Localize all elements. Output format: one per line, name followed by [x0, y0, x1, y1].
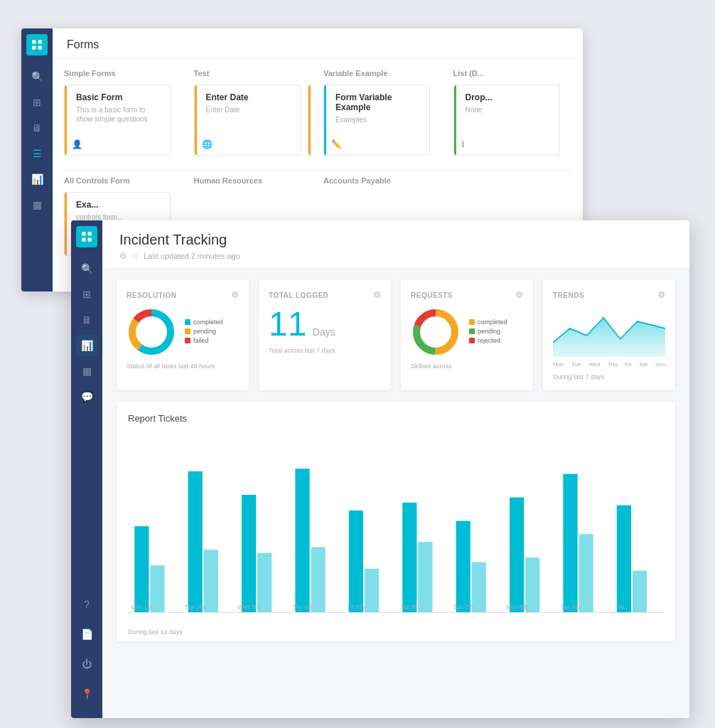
incident-header: Incident Tracking ⚙ ☆ Last updated 2 min… — [102, 220, 689, 269]
req-legend-pending: pending — [469, 328, 507, 335]
form-card-basic-subtitle: This is a basic form to show simple ques… — [72, 105, 163, 124]
x-label-6: Sat 6th — [400, 604, 419, 611]
resolution-donut — [127, 307, 176, 357]
requests-content: completed pending rejected — [411, 307, 523, 357]
forms-header: Forms — [53, 28, 583, 59]
bar-a-2 — [188, 471, 203, 613]
bar-b-7 — [472, 562, 486, 613]
section-variable: Variable Example — [323, 69, 442, 77]
requests-title: REQUESTS ⚙ — [411, 290, 523, 300]
report-title: Report Tickets — [128, 413, 664, 424]
section-simple-forms: Simple Forms — [64, 69, 183, 77]
req-dot-pending — [469, 328, 475, 334]
incident-nav-grid[interactable]: ⊞ — [76, 284, 97, 305]
forms-nav-list[interactable]: ☰ — [26, 143, 48, 164]
incident-nav-table[interactable]: ▦ — [76, 360, 97, 382]
incident-nav-chart[interactable]: 📊 — [76, 335, 97, 356]
form-card-list[interactable]: Drop... None ℹ — [453, 85, 560, 156]
stats-row: RESOLUTION ⚙ — [117, 280, 675, 390]
forms-nav-chart[interactable]: 📊 — [26, 168, 48, 190]
svg-rect-5 — [88, 232, 92, 235]
bar-a-5 — [349, 510, 363, 612]
forms-nav-grid[interactable]: ⊞ — [26, 92, 48, 113]
incident-nav-question[interactable]: ? — [76, 594, 97, 615]
incident-nav-monitor[interactable]: 🖥 — [76, 309, 97, 331]
form-card-enterdate-icon: 🌐 — [202, 139, 213, 149]
resolution-legend: completed pending failed — [185, 318, 223, 346]
resolution-sub: Status of all tasks last 48 hours — [127, 363, 239, 370]
trends-chart-wrap: MonTueWedThuFriSatSun — [553, 307, 665, 368]
trends-x-labels: MonTueWedThuFriSatSun — [553, 361, 665, 368]
resolution-gear[interactable]: ⚙ — [231, 290, 240, 300]
trends-gear[interactable]: ⚙ — [657, 290, 666, 300]
form-card-multiply[interactable]: Multiply Examples None 🌐 — [308, 85, 313, 156]
trends-title: TRENDS ⚙ — [553, 290, 665, 300]
section-list: List (D... — [453, 69, 572, 77]
svg-rect-3 — [38, 46, 42, 50]
x-label-7: Sun 7th — [453, 604, 473, 611]
svg-rect-4 — [82, 232, 85, 235]
legend-completed: completed — [185, 318, 223, 326]
x-label-4: Thu 4th — [292, 604, 312, 611]
bar-a-3 — [242, 495, 256, 613]
form-card-list-title: Drop... — [461, 92, 552, 102]
incident-nav-power[interactable]: ⏻ — [76, 653, 97, 675]
form-card-list-subtitle: None — [461, 105, 552, 114]
form-card-enter-date[interactable]: Enter Date Enter Date 🌐 — [194, 85, 301, 156]
total-number-wrap: 11 Days — [269, 307, 335, 341]
star-icon[interactable]: ☆ — [131, 251, 139, 261]
form-card-allcontrols-title: Exa... — [72, 200, 163, 210]
bar-b-8 — [525, 557, 539, 612]
forms-nav-monitor[interactable]: 🖥 — [26, 117, 48, 139]
req-legend-completed: completed — [469, 318, 507, 326]
requests-gear[interactable]: ⚙ — [515, 290, 524, 300]
incident-nav-search[interactable]: 🔍 — [76, 258, 97, 279]
svg-rect-2 — [32, 46, 36, 50]
section-hr: Human Resources — [194, 176, 313, 185]
form-card-variable-title: Form Variable Example — [331, 92, 422, 112]
forms-nav-search[interactable]: 🔍 — [26, 66, 48, 87]
svg-rect-0 — [32, 40, 36, 43]
card-accent — [195, 85, 197, 155]
x-label-5: Fri 5th — [348, 604, 365, 611]
total-content: 11 Days — [269, 307, 381, 341]
settings-icon[interactable]: ⚙ — [119, 251, 127, 261]
forms-sidebar: 🔍 ⊞ 🖥 ☰ 📊 ▦ — [21, 28, 53, 291]
legend-dot-failed — [185, 338, 190, 343]
section-all-controls: All Controls Form — [64, 176, 183, 185]
incident-nav-location[interactable]: 📍 — [76, 683, 97, 705]
card-accent — [308, 85, 311, 155]
req-dot-rejected — [469, 338, 475, 343]
bar-b-1 — [150, 565, 164, 612]
svg-rect-7 — [88, 238, 92, 242]
resolution-content: completed pending failed — [127, 307, 239, 357]
bar-chart: Mon 1st Tue 2nd Wed 3rd Thu 4th Fri 5th … — [128, 435, 664, 620]
total-title: TOTAL LOGGED ⚙ — [269, 290, 381, 300]
incident-title: Incident Tracking — [119, 232, 672, 248]
forms-nav-table[interactable]: ▦ — [26, 194, 48, 215]
form-card-variable[interactable]: Form Variable Example Examples ✏️ — [323, 85, 430, 156]
x-label-3: Wed 3rd — [238, 604, 260, 611]
form-card-list-icon: ℹ — [461, 139, 465, 149]
incident-header-sub: ⚙ ☆ Last updated 2 minutes ago — [119, 251, 672, 261]
forms-logo[interactable] — [26, 34, 48, 55]
incident-logo[interactable] — [76, 226, 97, 247]
form-card-basic[interactable]: Basic Form This is a basic form to show … — [64, 85, 171, 156]
total-gear[interactable]: ⚙ — [373, 290, 382, 300]
sidebar-bottom: ? 📄 ⏻ 📍 — [76, 592, 97, 712]
section-divider — [64, 170, 571, 171]
form-card-variable-icon: ✏️ — [331, 139, 342, 149]
legend-dot-completed — [185, 319, 190, 325]
incident-nav-chat[interactable]: 💬 — [76, 386, 97, 407]
form-card-variable-subtitle: Examples — [331, 115, 422, 124]
incident-nav-document[interactable]: 📄 — [76, 623, 97, 645]
form-card-basic-icon: 👤 — [72, 139, 82, 149]
stat-card-requests: REQUESTS ⚙ — [401, 280, 533, 390]
x-label-8: Mon 8th — [506, 604, 527, 611]
total-unit: Days — [313, 326, 335, 338]
total-sub: Total across last 7 days — [269, 347, 381, 354]
section-ap: Accounts Payable — [323, 176, 442, 185]
bar-b-2 — [204, 550, 218, 612]
bar-a-7 — [456, 521, 471, 613]
stat-card-total: TOTAL LOGGED ⚙ 11 Days Total across last… — [259, 280, 391, 390]
